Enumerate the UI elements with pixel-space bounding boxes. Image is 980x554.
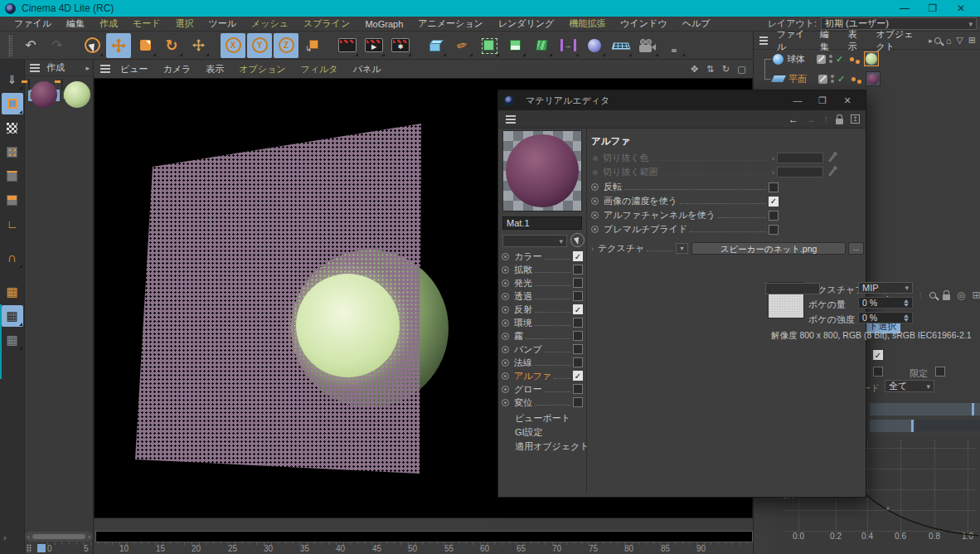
material-tag[interactable] — [864, 51, 879, 66]
texture-filter-dropdown[interactable] — [765, 283, 820, 294]
channel-radio-icon[interactable] — [502, 359, 509, 367]
range-slider-track[interactable] — [916, 420, 980, 431]
viewport-zoom-icon[interactable]: ⇅ — [704, 63, 716, 75]
channel-checkbox[interactable] — [573, 397, 583, 407]
tag-dot-icon[interactable] — [857, 80, 861, 84]
spinner-icon[interactable] — [904, 314, 909, 322]
preview-type-dropdown[interactable]: ▾ — [502, 235, 567, 247]
menu-create[interactable]: 作成 — [92, 17, 125, 30]
tag-dot-icon[interactable] — [850, 57, 854, 61]
limit-checkbox[interactable] — [935, 367, 945, 377]
spinner-icon[interactable] — [904, 299, 909, 307]
viewport-menu-display[interactable]: 表示 — [199, 63, 230, 75]
up-icon[interactable]: ↑ — [918, 289, 923, 301]
channel-radio-icon[interactable] — [502, 279, 509, 287]
make-editable-button[interactable]: ⇓ — [2, 69, 23, 90]
attribute-checkbox[interactable] — [873, 350, 883, 360]
object-name[interactable]: 平面 — [788, 73, 807, 85]
channel-checkbox[interactable] — [573, 357, 583, 367]
object-manager-menu-icon[interactable] — [759, 40, 768, 41]
channel-row-fog[interactable]: 霧 — [502, 329, 583, 343]
channel-checkbox[interactable] — [573, 278, 583, 288]
minimize-button[interactable]: — — [785, 92, 810, 109]
scrollbar-thumb[interactable] — [32, 534, 86, 539]
last-tool-button[interactable] — [186, 33, 211, 58]
material-thumbnail[interactable] — [61, 79, 63, 90]
render-picture-viewer-button[interactable]: ▶ — [361, 33, 386, 58]
redo-button[interactable]: ↷ — [45, 33, 70, 58]
channel-checkbox[interactable] — [573, 304, 583, 314]
scroll-right-icon[interactable]: › — [88, 533, 90, 541]
channel-row-luminance[interactable]: 発光 — [502, 276, 583, 289]
viewport-menu-icon[interactable] — [100, 68, 110, 70]
channel-row-diffusion[interactable]: 拡散 — [502, 263, 583, 276]
enable-check-icon[interactable]: ✓ — [837, 74, 845, 85]
page-assign-objects[interactable]: 適用オブジェクト — [515, 440, 589, 453]
edit-toggle-icon[interactable] — [818, 75, 827, 84]
deformer-button[interactable] — [529, 33, 554, 58]
spline-pen-button[interactable]: ✏ — [449, 33, 474, 58]
image-alpha-checkbox[interactable] — [769, 197, 779, 207]
eyedropper-icon[interactable] — [828, 153, 836, 163]
axis-mode-button[interactable]: ∟ — [2, 213, 23, 235]
channel-radio-icon[interactable] — [502, 346, 509, 353]
material-editor-menu-icon[interactable] — [506, 119, 516, 120]
channel-radio-icon[interactable] — [502, 306, 509, 313]
floor-button[interactable] — [609, 33, 633, 58]
add-icon[interactable]: ⊞ — [968, 35, 976, 46]
menu-mograph[interactable]: MoGraph — [357, 19, 410, 29]
blur-offset-field[interactable]: 0 % — [858, 297, 913, 309]
channel-checkbox[interactable] — [573, 344, 583, 354]
timeline-track[interactable] — [95, 531, 753, 542]
premultiplied-checkbox[interactable] — [769, 225, 779, 235]
channel-radio-icon[interactable] — [502, 399, 509, 406]
live-select-button[interactable] — [80, 33, 104, 58]
object-row-sphere[interactable]: 球体 ✓ — [754, 50, 980, 68]
primitive-cube-button[interactable] — [423, 33, 448, 58]
new-window-icon[interactable]: ↥ — [851, 114, 860, 124]
channel-row-displacement[interactable]: 変位 — [502, 396, 583, 409]
channel-row-environment[interactable]: 環境 — [502, 316, 583, 329]
texture-browse-button[interactable]: ... — [848, 242, 864, 255]
model-mode-button[interactable] — [2, 93, 23, 114]
channel-radio-icon[interactable] — [502, 319, 509, 327]
viewport-menu-camera[interactable]: カメラ — [157, 63, 198, 75]
menu-rendering[interactable]: レンダリング — [491, 17, 562, 30]
subdivision-surface-button[interactable] — [476, 33, 501, 58]
menu-help[interactable]: ヘルプ — [675, 17, 718, 30]
viewport-menu-view[interactable]: ビュー — [114, 63, 155, 75]
clip-color-field[interactable] — [777, 153, 823, 163]
edit-toggle-icon[interactable] — [817, 55, 826, 64]
param-radio-icon[interactable] — [591, 183, 599, 191]
render-settings-button[interactable]: ✱ — [388, 33, 413, 58]
enable-check-icon[interactable]: ✓ — [836, 54, 843, 65]
menu-select[interactable]: 選択 — [168, 17, 201, 30]
range-slider[interactable] — [870, 403, 980, 416]
blur-scale-field[interactable]: 0 % — [858, 312, 913, 323]
search-icon[interactable] — [934, 37, 941, 44]
channel-radio-icon[interactable] — [502, 372, 509, 380]
panel-expand-icon[interactable]: ▸ — [85, 64, 90, 72]
menu-spline[interactable]: スプライン — [296, 17, 357, 30]
close-button[interactable]: ✕ — [947, 1, 975, 16]
maximize-button[interactable]: ❐ — [810, 92, 835, 109]
channel-row-alpha[interactable]: アルファ — [502, 369, 583, 382]
channel-row-bump[interactable]: バンプ — [502, 343, 583, 356]
channel-row-glow[interactable]: グロー — [502, 382, 583, 396]
om-menu-objects[interactable]: オブジェクト — [871, 28, 928, 53]
material-name-input[interactable] — [502, 216, 582, 230]
horizontal-scrollbar[interactable]: ‹ › — [25, 532, 93, 542]
channel-radio-icon[interactable] — [502, 386, 509, 393]
edge-mode-button[interactable] — [2, 165, 23, 187]
range-slider[interactable] — [870, 420, 914, 432]
ruler-grip-icon[interactable] — [27, 544, 32, 552]
move-tool-button[interactable] — [106, 33, 131, 58]
om-menu-view[interactable]: 表示 — [842, 28, 869, 53]
symmetry-button[interactable]: → — [555, 33, 580, 58]
menu-tools[interactable]: ツール — [201, 17, 245, 30]
generator-button[interactable] — [502, 33, 527, 58]
tag-dot-icon[interactable] — [856, 60, 860, 64]
maximize-button[interactable]: ❐ — [919, 1, 947, 16]
menu-animation[interactable]: アニメーション — [410, 17, 491, 30]
coordinate-system-button[interactable]: ↳ — [300, 33, 325, 58]
